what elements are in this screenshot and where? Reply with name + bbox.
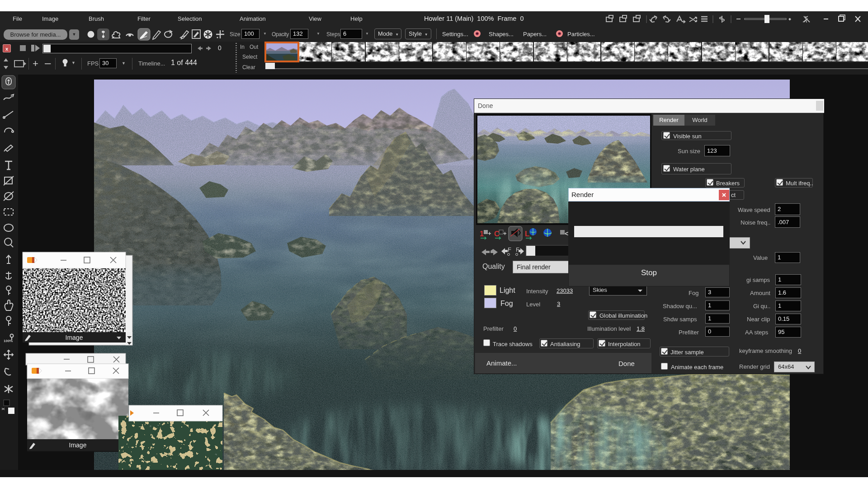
svg-text:Image: Image (69, 441, 87, 449)
svg-text:+: + (488, 230, 491, 237)
svg-text:L: L (525, 230, 529, 238)
svg-text:C: C (494, 230, 500, 238)
svg-text:1: 1 (480, 230, 484, 238)
svg-text:F: F (508, 246, 511, 253)
svg-text:<: < (565, 230, 568, 237)
svg-text:Image: Image (66, 334, 83, 341)
svg-text:+: + (503, 230, 507, 237)
